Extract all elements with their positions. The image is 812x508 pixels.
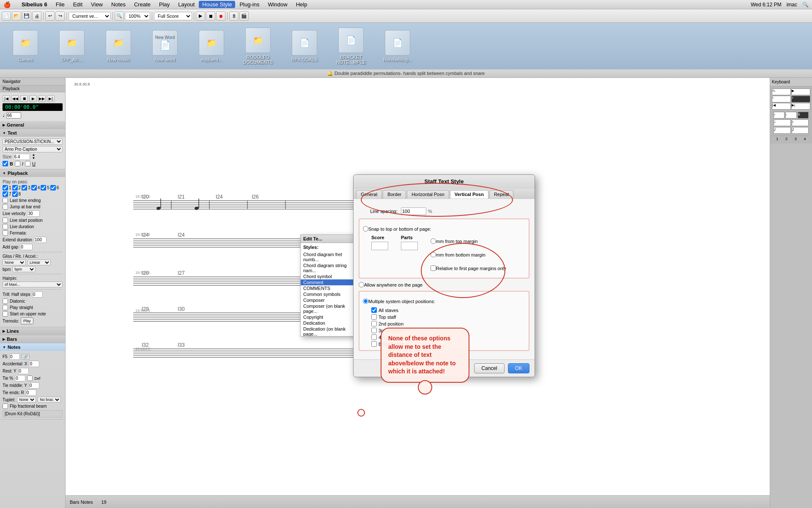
tab-horizontal-posn[interactable]: Horizontal Posn bbox=[407, 190, 449, 199]
live-duration-check[interactable] bbox=[3, 224, 8, 229]
velocity-val[interactable] bbox=[9, 353, 20, 360]
allow-anywhere-radio[interactable] bbox=[359, 282, 364, 287]
top-staff-check[interactable] bbox=[371, 314, 377, 320]
tab-general[interactable]: General bbox=[356, 190, 382, 199]
style-item-chord-string[interactable]: Chord diagram string nam... bbox=[301, 262, 361, 273]
dur-16th[interactable]: 𝅘𝅥𝅮 bbox=[774, 127, 791, 134]
tie-middle-input[interactable] bbox=[29, 382, 39, 389]
pass7-check[interactable] bbox=[3, 191, 8, 197]
style-item-composer[interactable]: Composer bbox=[301, 297, 361, 303]
pass5-check[interactable] bbox=[41, 185, 46, 190]
file-rpa[interactable]: 📄 RPA GOALS bbox=[288, 30, 321, 62]
file-new-music[interactable]: 📁 New music bbox=[102, 30, 135, 62]
toolbar-btn-new[interactable]: 📄 bbox=[2, 11, 11, 21]
lines-header[interactable]: ▶ Lines bbox=[0, 327, 65, 335]
pass6-check[interactable] bbox=[50, 185, 56, 190]
2nd-position-check[interactable] bbox=[371, 321, 377, 326]
bpm-select[interactable]: bpm bbox=[12, 266, 36, 272]
style-item-comment[interactable]: Comment bbox=[301, 279, 361, 285]
bold-check[interactable] bbox=[3, 161, 8, 166]
4th-position-check[interactable] bbox=[371, 334, 377, 340]
file-rodolfo[interactable]: 📁 RODOLFO DOCUMENTS bbox=[241, 28, 275, 65]
dur-32nd[interactable]: 𝅘𝅥𝅯 bbox=[792, 127, 809, 134]
menu-plugins[interactable]: Plug-ins bbox=[235, 1, 263, 8]
view-select[interactable]: Current ve... bbox=[69, 12, 111, 20]
file-new-word[interactable]: New Word 📄 New word bbox=[148, 30, 182, 62]
tempo-input[interactable] bbox=[6, 112, 21, 119]
tuplet-select[interactable]: None bbox=[17, 397, 36, 403]
menu-edit[interactable]: Edit bbox=[69, 1, 87, 8]
tuplet-bracket-select[interactable]: No brac... bbox=[38, 397, 61, 403]
play-end-btn[interactable]: ▶| bbox=[47, 95, 55, 102]
menu-app[interactable]: Sibelius 6 bbox=[17, 1, 52, 8]
multiple-system-radio[interactable] bbox=[363, 298, 368, 304]
cancel-button[interactable]: Cancel bbox=[474, 363, 504, 373]
file-handwriting[interactable]: 📄 Handwriting... bbox=[381, 30, 414, 62]
rest-input[interactable] bbox=[18, 368, 29, 374]
notes-header[interactable]: ▼ Notes bbox=[0, 343, 65, 351]
pass1-check[interactable] bbox=[3, 185, 8, 190]
dur-6[interactable]: 6 bbox=[798, 112, 809, 119]
underline-check[interactable] bbox=[25, 161, 30, 166]
font-size-input[interactable] bbox=[13, 154, 30, 160]
tab-border[interactable]: Border bbox=[383, 190, 406, 199]
key-sharp[interactable]: ♯ bbox=[791, 96, 810, 102]
flip-fractional-check[interactable] bbox=[3, 403, 8, 409]
size-up-btn[interactable]: ▲ ▼ bbox=[32, 153, 35, 160]
score-col-input[interactable] bbox=[371, 242, 388, 250]
tie-def-check[interactable] bbox=[27, 375, 33, 381]
key-skip-fwd[interactable]: ▶| bbox=[791, 103, 810, 110]
search-icon[interactable]: 🔍 bbox=[802, 2, 809, 8]
file-tpp[interactable]: 📁 TPP_All-... bbox=[55, 30, 89, 62]
mm-bottom-radio[interactable] bbox=[431, 252, 436, 257]
play-start-btn[interactable]: |◀ bbox=[3, 95, 10, 102]
play-straight-check[interactable] bbox=[3, 305, 8, 310]
menu-create[interactable]: Create bbox=[130, 1, 155, 8]
tie-ends-input[interactable] bbox=[26, 389, 36, 396]
key-skip-back[interactable]: |◀ bbox=[772, 103, 791, 110]
menu-house-style[interactable]: House Style bbox=[199, 1, 235, 8]
key-arrow-right[interactable]: ▶ bbox=[791, 88, 810, 95]
3rd-position-check[interactable] bbox=[371, 328, 377, 333]
file-bracket[interactable]: 📄 BRACKET NOTE...MPLE bbox=[334, 28, 368, 65]
style-item-comments[interactable]: COMMENTS bbox=[301, 285, 361, 291]
style-item-dedication[interactable]: Dedication bbox=[301, 320, 361, 326]
score-select[interactable]: Full Score bbox=[154, 12, 192, 20]
dur-quarter[interactable]: ♩ bbox=[774, 119, 791, 126]
all-staves-check[interactable] bbox=[371, 307, 377, 313]
gliss-type-select[interactable]: None bbox=[3, 260, 26, 265]
pass2-check[interactable] bbox=[12, 185, 18, 190]
dur-eighth[interactable]: ♪ bbox=[792, 119, 809, 126]
bottom-staff-check[interactable] bbox=[371, 341, 377, 347]
file-evpluent[interactable]: 📁 evpluent... bbox=[195, 30, 228, 62]
play-prev-btn[interactable]: ◀◀ bbox=[11, 95, 19, 102]
toolbar-btn-open[interactable]: 📂 bbox=[12, 11, 21, 21]
toolbar-btn-save[interactable]: 💾 bbox=[22, 11, 31, 21]
notes-link-btn[interactable]: 🔗 bbox=[22, 354, 30, 360]
toolbar-btn-stop[interactable]: ⏹ bbox=[206, 11, 215, 21]
playback-header[interactable]: ▼ Playback bbox=[0, 169, 65, 177]
text-header[interactable]: ▼ Text bbox=[0, 129, 65, 137]
menu-notes[interactable]: Notes bbox=[107, 1, 130, 8]
zoom-select[interactable]: 100% bbox=[125, 12, 150, 20]
file-games[interactable]: 📁 Games bbox=[8, 30, 42, 62]
play-stop-btn[interactable]: ⏹ bbox=[20, 95, 28, 102]
style-item-common-symbols[interactable]: Common symbols bbox=[301, 291, 361, 297]
toolbar-btn-print[interactable]: 🖨 bbox=[32, 11, 41, 21]
accidental-input[interactable] bbox=[29, 361, 39, 367]
key-natural[interactable]: ♮ bbox=[772, 96, 791, 102]
text-style-select[interactable]: PERCUSSION-STICKIN... bbox=[3, 138, 63, 145]
gliss-curve-select[interactable]: Linear bbox=[27, 260, 51, 265]
relative-check[interactable] bbox=[431, 265, 436, 271]
play-next-btn[interactable]: ▶▶ bbox=[38, 95, 46, 102]
general-header[interactable]: ▶ General bbox=[0, 121, 65, 129]
font-select[interactable]: Arno Pro Caption bbox=[3, 146, 63, 152]
style-item-composer-blank[interactable]: Composer (on blank page... bbox=[301, 303, 361, 314]
toolbar-btn-undo[interactable]: ↩ bbox=[45, 11, 55, 21]
pass4-check[interactable] bbox=[31, 185, 37, 190]
snap-radio[interactable] bbox=[363, 226, 368, 232]
add-gap-input[interactable] bbox=[20, 244, 33, 250]
style-item-copyright[interactable]: Copyright bbox=[301, 314, 361, 320]
menu-layout[interactable]: Layout bbox=[174, 1, 199, 8]
dur-whole[interactable]: 𝅝 bbox=[774, 112, 785, 119]
